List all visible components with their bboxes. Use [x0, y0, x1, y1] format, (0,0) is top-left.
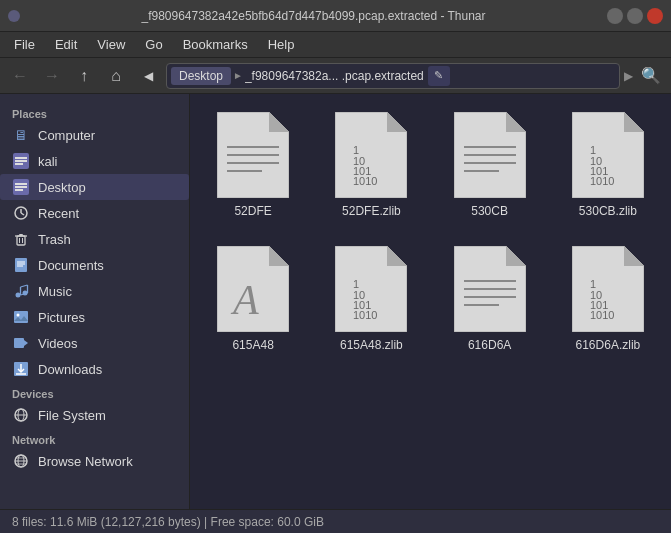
menu-go[interactable]: Go — [137, 35, 170, 54]
forward-icon: → — [44, 67, 60, 85]
back-button[interactable]: ← — [6, 62, 34, 90]
svg-marker-75 — [506, 246, 526, 266]
list-item[interactable]: 530CB — [439, 106, 541, 224]
svg-point-27 — [17, 314, 20, 317]
svg-marker-81 — [624, 246, 644, 266]
sidebar-item-recent[interactable]: Recent — [0, 200, 189, 226]
svg-line-25 — [21, 285, 28, 287]
file-area: 52DFE 1 10 101 1010 52DFE.zlib — [190, 94, 671, 509]
svg-rect-7 — [15, 189, 23, 191]
menubar: File Edit View Go Bookmarks Help — [0, 32, 671, 58]
sidebar-item-filesystem[interactable]: File System — [0, 402, 189, 428]
sidebar-item-kali[interactable]: kali — [0, 148, 189, 174]
menu-bookmarks[interactable]: Bookmarks — [175, 35, 256, 54]
sidebar-item-music[interactable]: Music — [0, 278, 189, 304]
close-button[interactable] — [647, 8, 663, 24]
list-item[interactable]: A 615A48 — [202, 240, 304, 358]
svg-text:1010: 1010 — [590, 309, 614, 321]
file-icon-530CB-zlib: 1 10 101 1010 — [572, 112, 644, 198]
svg-rect-6 — [15, 186, 27, 188]
sidebar-item-documents[interactable]: Documents — [0, 252, 189, 278]
sidebar-item-desktop[interactable]: Desktop — [0, 174, 189, 200]
sidebar-item-trash[interactable]: Trash — [0, 226, 189, 252]
desktop-icon — [12, 178, 30, 196]
menu-edit[interactable]: Edit — [47, 35, 85, 54]
sidebar-item-browse-network[interactable]: Browse Network — [0, 448, 189, 474]
file-name-52DFE-zlib: 52DFE.zlib — [342, 204, 401, 218]
sidebar-item-downloads[interactable]: Downloads — [0, 356, 189, 382]
devices-title: Devices — [0, 382, 189, 402]
list-item[interactable]: 616D6A — [439, 240, 541, 358]
svg-rect-2 — [15, 160, 27, 162]
list-item[interactable]: 1 10 101 1010 52DFE.zlib — [320, 106, 422, 224]
titlebar-controls — [607, 8, 663, 24]
places-title: Places — [0, 102, 189, 122]
file-icon-616D6A — [454, 246, 526, 332]
search-button[interactable]: 🔍 — [637, 62, 665, 90]
file-name-530CB: 530CB — [471, 204, 508, 218]
file-icon-52DFE-zlib: 1 10 101 1010 — [335, 112, 407, 198]
forward-button[interactable]: → — [38, 62, 66, 90]
statusbar: 8 files: 11.6 MiB (12,127,216 bytes) | F… — [0, 509, 671, 533]
sidebar-label-downloads: Downloads — [38, 362, 102, 377]
svg-marker-29 — [24, 340, 28, 346]
file-icon-530CB — [454, 112, 526, 198]
computer-icon: 🖥 — [12, 126, 30, 144]
file-icon-615A48: A — [217, 246, 289, 332]
network-title: Network — [0, 428, 189, 448]
music-icon — [12, 282, 30, 300]
main-layout: Places 🖥 Computer kali Desktop Recent — [0, 94, 671, 509]
titlebar: _f9809647382a42e5bfb64d7d447b4099.pcap.e… — [0, 0, 671, 32]
svg-marker-42 — [269, 112, 289, 132]
sidebar-item-videos[interactable]: Videos — [0, 330, 189, 356]
recent-icon — [12, 204, 30, 222]
prev-location-button[interactable]: ◀ — [134, 62, 162, 90]
up-icon: ↑ — [80, 67, 88, 85]
menu-file[interactable]: File — [6, 35, 43, 54]
browse-network-icon — [12, 452, 30, 470]
list-item[interactable]: 1 10 101 1010 615A48.zlib — [320, 240, 422, 358]
sidebar-label-trash: Trash — [38, 232, 71, 247]
svg-rect-28 — [14, 338, 24, 348]
list-item[interactable]: 1 10 101 1010 616D6A.zlib — [557, 240, 659, 358]
file-icon-615A48-zlib: 1 10 101 1010 — [335, 246, 407, 332]
svg-rect-26 — [14, 311, 28, 323]
sidebar-label-kali: kali — [38, 154, 58, 169]
sidebar-label-pictures: Pictures — [38, 310, 85, 325]
menu-view[interactable]: View — [89, 35, 133, 54]
file-icon-52DFE — [217, 112, 289, 198]
maximize-button[interactable] — [627, 8, 643, 24]
breadcrumb-desktop[interactable]: Desktop — [171, 67, 231, 85]
svg-rect-3 — [15, 163, 23, 165]
window-title: _f9809647382a42e5bfb64d7d447b4099.pcap.e… — [20, 9, 607, 23]
status-text: 8 files: 11.6 MiB (12,127,216 bytes) | F… — [12, 515, 324, 529]
home-button[interactable]: ⌂ — [102, 62, 130, 90]
sidebar-item-pictures[interactable]: Pictures — [0, 304, 189, 330]
menu-help[interactable]: Help — [260, 35, 303, 54]
sidebar-label-music: Music — [38, 284, 72, 299]
titlebar-left — [8, 10, 20, 22]
next-location-button[interactable]: ▶ — [624, 69, 633, 83]
list-item[interactable]: 1 10 101 1010 530CB.zlib — [557, 106, 659, 224]
svg-rect-11 — [17, 236, 25, 245]
up-button[interactable]: ↑ — [70, 62, 98, 90]
svg-marker-69 — [387, 246, 407, 266]
list-item[interactable]: 52DFE — [202, 106, 304, 224]
home-icon: ⌂ — [111, 67, 121, 85]
sidebar-item-computer[interactable]: 🖥 Computer — [0, 122, 189, 148]
location-edit-button[interactable]: ✎ — [428, 66, 450, 86]
breadcrumb: Desktop ► _f9809647382a... .pcap.extract… — [171, 67, 424, 85]
svg-text:A: A — [230, 277, 259, 323]
trash-icon — [12, 230, 30, 248]
file-icon-616D6A-zlib: 1 10 101 1010 — [572, 246, 644, 332]
pictures-icon — [12, 308, 30, 326]
svg-marker-54 — [506, 112, 526, 132]
breadcrumb-separator: ► — [233, 70, 243, 81]
sidebar-label-filesystem: File System — [38, 408, 106, 423]
minimize-button[interactable] — [607, 8, 623, 24]
sidebar-label-videos: Videos — [38, 336, 78, 351]
file-name-52DFE: 52DFE — [234, 204, 271, 218]
svg-marker-48 — [387, 112, 407, 132]
titlebar-dot — [8, 10, 20, 22]
sidebar-label-browse-network: Browse Network — [38, 454, 133, 469]
